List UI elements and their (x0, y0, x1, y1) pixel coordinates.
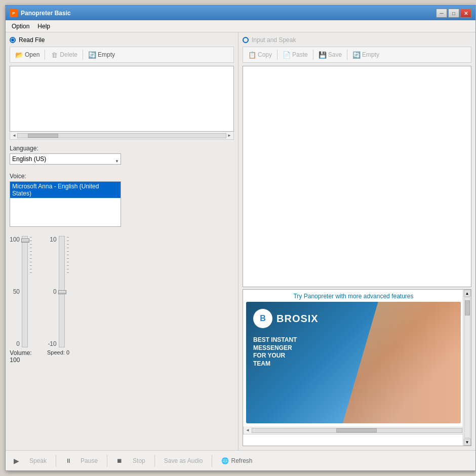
copy-button[interactable]: 📋 Copy (246, 50, 274, 60)
volume-slider-group: 100 50 0 (10, 236, 32, 446)
file-list[interactable] (10, 66, 234, 132)
ad-scroll-left[interactable]: ◄ (245, 428, 251, 432)
ad-person-image (343, 302, 461, 423)
pause-label[interactable]: Pause (77, 456, 101, 466)
bottom-sep-3 (154, 455, 155, 467)
volume-slider-track[interactable] (22, 236, 28, 347)
speed-tick-marks (67, 236, 69, 273)
speed-slider-group: 10 0 -10 (47, 236, 69, 446)
save-icon: 💾 (319, 51, 327, 59)
save-button[interactable]: 💾 Save (316, 50, 344, 60)
minimize-button[interactable]: ─ (436, 9, 447, 18)
ad-logo-area: B BROSIX (253, 309, 319, 328)
ad-panel: ▲ ▼ Try Panopreter with more advanced fe… (243, 289, 471, 446)
open-icon: 📂 (15, 51, 23, 59)
right-sep-2 (313, 50, 313, 60)
ad-promo-text: Try Panopreter with more advanced featur… (246, 293, 461, 300)
stop-label[interactable]: Stop (130, 456, 148, 466)
input-speak-header: Input and Speak (243, 36, 471, 44)
left-hscroll[interactable]: ◄ ► (10, 132, 234, 140)
pause-icon: ⏸ (65, 457, 70, 464)
ad-hscroll[interactable]: ◄ ► (243, 426, 471, 434)
window-title: Panopreter Basic (21, 10, 71, 17)
ad-image[interactable]: B BROSIX BEST INSTANT MESSENGER FOR YOUR… (246, 302, 461, 423)
scroll-left-arrow[interactable]: ◄ (11, 133, 17, 138)
maximize-button[interactable]: □ (448, 9, 459, 18)
read-file-title: Read File (19, 36, 45, 44)
volume-caption: Volume: 100 (10, 349, 31, 364)
bottom-sep-1 (56, 455, 56, 467)
app-icon: P (10, 9, 18, 17)
delete-button[interactable]: 🗑 Delete (48, 50, 80, 60)
menu-help[interactable]: Help (33, 22, 54, 31)
bottom-sep-4 (212, 455, 212, 467)
speak-button[interactable]: Speak (26, 456, 50, 466)
speed-labels: 10 0 -10 (48, 236, 56, 347)
speed-slider-thumb[interactable] (58, 290, 66, 294)
right-sep-1 (277, 50, 277, 60)
ad-content: Try Panopreter with more advanced featur… (243, 290, 471, 426)
ad-scroll-up[interactable]: ▲ (464, 290, 471, 297)
input-speak-title: Input and Speak (252, 36, 296, 44)
left-empty-button[interactable]: 🔄 Empty (86, 50, 117, 60)
right-toolbar: 📋 Copy 📄 Paste 💾 Save 🔄 Empty (243, 47, 471, 63)
input-textarea[interactable] (243, 66, 471, 287)
title-buttons: ─ □ ✕ (436, 9, 471, 18)
language-section: Language: English (US) English (UK) Span… (10, 145, 234, 173)
ad-scrollbar[interactable]: ▲ ▼ (463, 290, 471, 446)
pause-button[interactable]: ⏸ (62, 456, 73, 466)
ad-hscroll-track[interactable] (252, 428, 462, 433)
volume-slider-container: 100 50 0 (10, 236, 32, 347)
ad-scroll-track[interactable] (464, 297, 470, 438)
menu-option[interactable]: Option (8, 22, 33, 31)
open-button[interactable]: 📂 Open (13, 50, 42, 60)
right-panel: Input and Speak 📋 Copy 📄 Paste 💾 Save (239, 32, 475, 450)
h-scrollbar-thumb[interactable] (28, 134, 58, 138)
copy-icon: 📋 (248, 51, 256, 59)
stop-button[interactable]: ⏹ (113, 456, 126, 466)
right-sep-3 (347, 50, 347, 60)
title-bar: P Panopreter Basic ─ □ ✕ (6, 6, 475, 20)
language-dropdown[interactable]: English (US) English (UK) Spanish French… (10, 153, 121, 165)
right-empty-icon: 🔄 (352, 51, 361, 59)
volume-labels: 100 50 0 (10, 236, 20, 347)
refresh-icon: 🌐 (221, 457, 229, 464)
bottom-sep-2 (107, 455, 107, 467)
left-panel: Read File 📂 Open 🗑 Delete 🔄 Empty (6, 32, 239, 450)
scroll-right-arrow[interactable]: ► (226, 133, 232, 138)
read-file-radio[interactable] (10, 37, 16, 43)
title-left: P Panopreter Basic (10, 9, 71, 17)
volume-slider-thumb[interactable] (21, 239, 29, 243)
refresh-button[interactable]: 🌐 Refresh (218, 456, 255, 466)
left-toolbar: 📂 Open 🗑 Delete 🔄 Empty (10, 47, 234, 63)
sliders-section: 100 50 0 (10, 236, 234, 446)
paste-button[interactable]: 📄 Paste (281, 50, 310, 60)
speed-slider-track[interactable] (59, 236, 65, 347)
close-button[interactable]: ✕ (460, 9, 471, 18)
voice-label: Voice: (10, 173, 234, 180)
delete-icon: 🗑 (50, 51, 58, 59)
paste-icon: 📄 (283, 51, 291, 59)
left-empty-icon: 🔄 (88, 51, 96, 59)
voice-list[interactable]: Microsoft Anna - English (United States) (10, 181, 121, 227)
ad-hscroll-thumb[interactable] (336, 428, 377, 432)
stop-icon: ⏹ (116, 457, 123, 464)
h-scrollbar-track[interactable] (17, 133, 226, 138)
volume-tick-marks (30, 236, 32, 347)
language-label: Language: (10, 145, 234, 152)
voice-item[interactable]: Microsoft Anna - English (United States) (10, 182, 121, 198)
speed-slider-container: 10 0 -10 (48, 236, 68, 347)
language-select-wrapper: English (US) English (UK) Spanish French… (10, 153, 121, 169)
save-audio-button[interactable]: Save as Audio (161, 456, 206, 466)
play-button[interactable]: ▶ (11, 455, 22, 466)
toolbar-sep-2 (83, 50, 83, 60)
read-file-header: Read File (10, 36, 234, 44)
ad-tagline: BEST INSTANT MESSENGER FOR YOUR TEAM (253, 336, 297, 368)
ad-scroll-down[interactable]: ▼ (464, 439, 471, 446)
toolbar-sep-1 (45, 50, 45, 60)
right-empty-button[interactable]: 🔄 Empty (350, 50, 381, 60)
content-area: Read File 📂 Open 🗑 Delete 🔄 Empty (6, 32, 475, 450)
input-speak-radio[interactable] (243, 37, 249, 43)
brosix-name: BROSIX (276, 313, 319, 325)
ad-scroll-thumb[interactable] (465, 300, 470, 315)
